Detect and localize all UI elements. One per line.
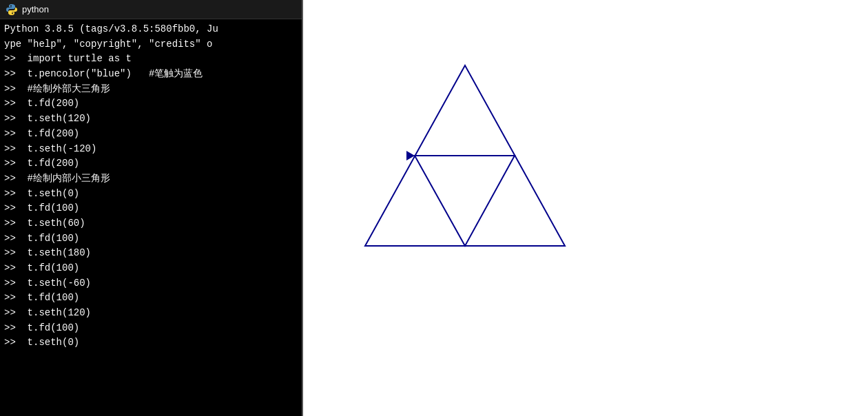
terminal-line: >> t.seth(-60)	[4, 276, 298, 291]
terminal-line: >> t.fd(100)	[4, 321, 298, 336]
terminal-line: >> t.fd(200)	[4, 127, 298, 142]
terminal-line: >> t.seth(-120)	[4, 142, 298, 157]
terminal-line: >> t.seth(120)	[4, 306, 298, 321]
terminal-line: >> t.seth(120)	[4, 112, 298, 127]
turtle-drawing	[303, 0, 868, 416]
terminal-line: >> t.fd(200)	[4, 156, 298, 171]
svg-marker-1	[415, 156, 515, 246]
canvas-panel	[303, 0, 868, 416]
terminal-line: >> t.fd(200)	[4, 96, 298, 112]
terminal-line: ype "help", "copyright", "credits" o	[4, 37, 298, 52]
terminal-line: Python 3.8.5 (tags/v3.8.5:580fbb0, Ju	[4, 22, 298, 37]
terminal-line: >> #绘制内部小三角形	[4, 171, 298, 187]
terminal-line: >> t.fd(100)	[4, 261, 298, 276]
python-icon	[6, 3, 18, 16]
terminal-line: >> import turtle as t	[4, 52, 298, 67]
terminal-line: >> t.fd(100)	[4, 231, 298, 247]
terminal-line: >> t.fd(100)	[4, 201, 298, 216]
terminal-line: >> t.seth(0)	[4, 187, 298, 202]
terminal-line: >> t.seth(60)	[4, 216, 298, 231]
terminal-panel: python Python 3.8.5 (tags/v3.8.5:580fbb0…	[0, 0, 303, 416]
terminal-line: >> t.seth(180)	[4, 246, 298, 261]
terminal-content[interactable]: Python 3.8.5 (tags/v3.8.5:580fbb0, Ju yp…	[0, 19, 302, 416]
terminal-line: >> #绘制外部大三角形	[4, 82, 298, 97]
terminal-line: >> t.pencolor("blue") #笔触为蓝色	[4, 67, 298, 82]
terminal-line: >> t.seth(0)	[4, 335, 298, 351]
title-bar: python	[0, 0, 302, 19]
title-text: python	[22, 4, 49, 14]
terminal-line: >> t.fd(100)	[4, 291, 298, 306]
